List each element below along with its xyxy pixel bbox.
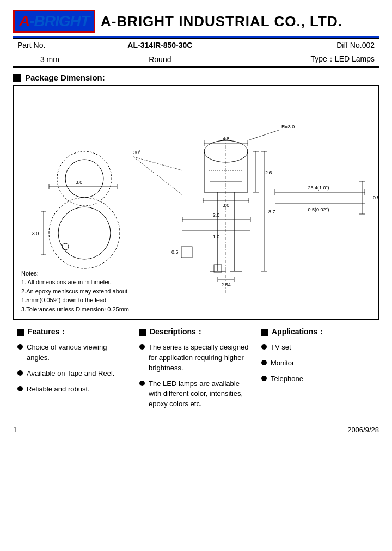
bullet-icon xyxy=(17,386,23,391)
company-name: A-BRIGHT INDUSTRIAL CO., LTD. xyxy=(101,13,342,30)
notes-line2: 2.An epoxy meniscus may extend about. xyxy=(21,287,129,296)
part-info-table: Part No. AL-314IR-850-30C Diff No.002 3 … xyxy=(13,38,379,68)
svg-text:2.0: 2.0 xyxy=(213,212,220,218)
bullet-icon xyxy=(139,344,145,350)
part-no-value: AL-314IR-850-30C xyxy=(87,38,234,52)
descriptions-bullet-icon xyxy=(139,329,146,336)
applications-title: Applications： xyxy=(261,327,375,337)
notes-line4: 3.Tolerances unless Dimension±0.25mm xyxy=(21,305,129,314)
descriptions-list: The series is specially designed for app… xyxy=(139,342,253,409)
list-item: The series is specially designed for app… xyxy=(139,342,253,374)
svg-point-0 xyxy=(49,198,120,268)
svg-text:3.0: 3.0 xyxy=(76,180,83,185)
svg-text:2.6: 2.6 xyxy=(265,170,272,175)
size-label: 3 mm xyxy=(13,52,87,68)
list-item: Available on Tape and Reel. xyxy=(17,369,131,379)
svg-text:0.5: 0.5 xyxy=(373,195,379,200)
notes-line1: 1. All dimensions are in millimeter. xyxy=(21,278,129,287)
package-dimension-title: Package Dimension: xyxy=(13,73,379,82)
diff-no: Diff No.002 xyxy=(234,38,379,52)
svg-point-2 xyxy=(62,243,69,250)
technical-drawing: 3.0 3.0 xyxy=(14,86,378,319)
svg-text:0.5(0.02"): 0.5(0.02") xyxy=(308,207,329,212)
descriptions-column: Descriptions： The series is specially de… xyxy=(135,327,257,415)
svg-point-1 xyxy=(58,207,111,259)
page-number: 1 xyxy=(13,426,17,434)
part-no-label: Part No. xyxy=(13,38,87,52)
applications-column: Applications： TV set Monitor Telephone xyxy=(257,327,379,415)
list-item: Telephone xyxy=(261,374,375,384)
svg-line-50 xyxy=(133,157,182,170)
list-item: Reliable and robust. xyxy=(17,384,131,395)
bottom-section: Features： Choice of various viewing angl… xyxy=(13,327,379,415)
svg-text:1.0: 1.0 xyxy=(213,234,220,240)
date-stamp: 2006/9/28 xyxy=(347,426,379,434)
bullet-icon xyxy=(261,376,267,381)
svg-point-4 xyxy=(65,160,103,198)
features-column: Features： Choice of various viewing angl… xyxy=(13,327,135,415)
dimension-diagram: 3.0 3.0 xyxy=(13,85,379,320)
features-title: Features： xyxy=(17,327,131,337)
shape-label: Round xyxy=(87,52,234,68)
svg-text:R=3.0: R=3.0 xyxy=(281,124,295,130)
svg-rect-47 xyxy=(181,247,192,258)
applications-bullet-icon xyxy=(261,329,268,336)
notes-header: Notes: xyxy=(21,269,129,278)
svg-text:8.7: 8.7 xyxy=(268,209,275,215)
svg-text:3.0: 3.0 xyxy=(32,231,39,236)
bullet-icon xyxy=(17,344,23,350)
company-logo: A-BRIGHT xyxy=(13,10,95,33)
descriptions-title: Descriptions： xyxy=(139,327,253,337)
list-item: TV set xyxy=(261,342,375,353)
bullet-icon xyxy=(261,360,267,365)
page-header: A-BRIGHT A-BRIGHT INDUSTRIAL CO., LTD. xyxy=(13,10,379,33)
list-item: The LED lamps are available with differe… xyxy=(139,379,253,410)
section-bullet-icon xyxy=(13,74,21,82)
svg-text:4.8: 4.8 xyxy=(223,136,230,142)
svg-line-49 xyxy=(133,157,182,195)
page-footer: 1 2006/9/28 xyxy=(13,426,379,434)
bullet-icon xyxy=(17,370,23,376)
svg-text:0.5: 0.5 xyxy=(171,249,179,255)
features-list: Choice of various viewing angles. Availa… xyxy=(17,342,131,394)
bullet-icon xyxy=(261,344,267,350)
type-label: Type：LED Lamps xyxy=(234,52,379,68)
svg-text:30°: 30° xyxy=(133,150,141,155)
list-item: Choice of various viewing angles. xyxy=(17,342,131,363)
svg-text:25.4(1.0"): 25.4(1.0") xyxy=(308,185,329,191)
bullet-icon xyxy=(139,381,145,386)
features-bullet-icon xyxy=(17,329,24,336)
svg-line-41 xyxy=(248,130,280,140)
list-item: Monitor xyxy=(261,358,375,369)
dimension-notes: Notes: 1. All dimensions are in millimet… xyxy=(21,269,129,314)
notes-line3: 1.5mm(0.059") down to the lead xyxy=(21,296,129,305)
applications-list: TV set Monitor Telephone xyxy=(261,342,375,384)
